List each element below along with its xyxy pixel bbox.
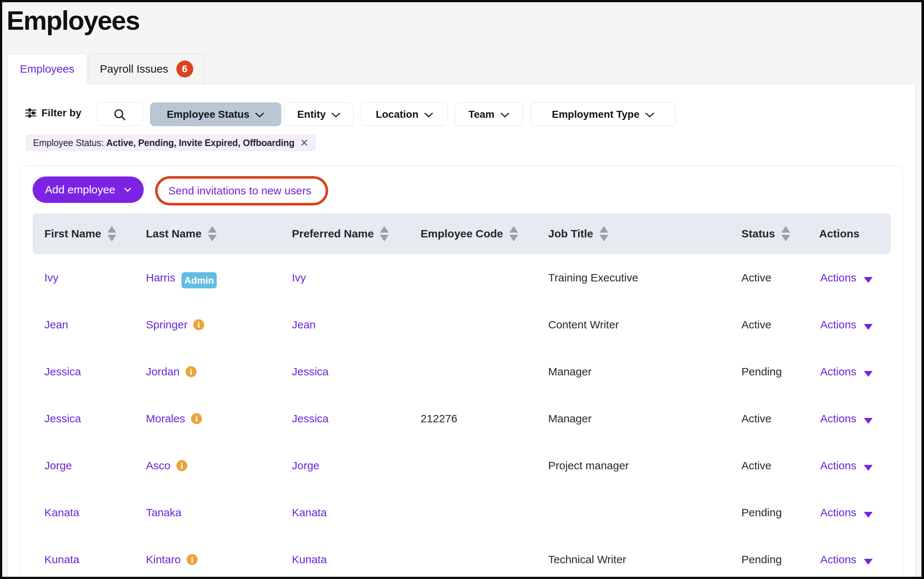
svg-text:i: i — [181, 461, 183, 470]
svg-text:i: i — [189, 367, 192, 376]
svg-text:i: i — [198, 320, 200, 329]
svg-text:i: i — [191, 555, 194, 564]
svg-text:i: i — [195, 414, 198, 424]
